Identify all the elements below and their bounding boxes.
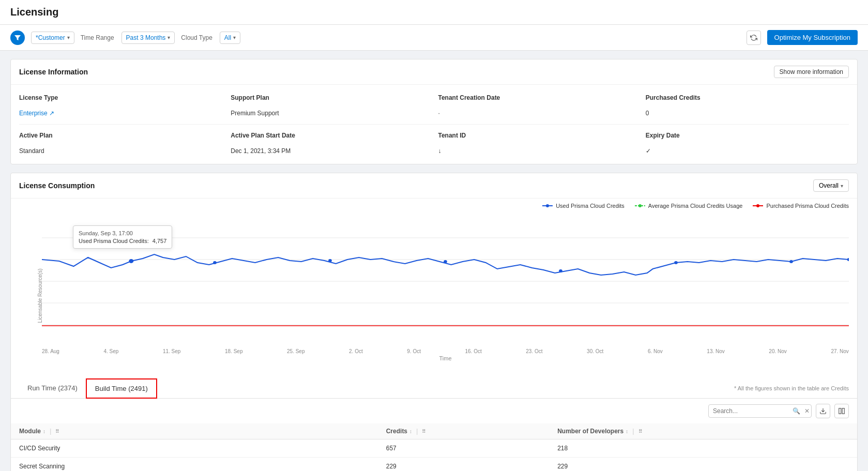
legend-used-credits-label: Used Prisma Cloud Credits [556,203,625,209]
svg-point-18 [129,259,133,263]
x-tick-11: 6. Nov [648,348,663,354]
svg-point-22 [559,269,562,272]
legend-average-credits-label: Average Prisma Cloud Credits Usage [648,203,743,209]
col-header-credits: Credits ↕ | ⠿ [378,423,549,439]
tooltip-label: Used Prisma Cloud Credits: [79,238,149,244]
time-range-label: Time Range [81,34,114,41]
tab-run-time[interactable]: Run Time (2374) [19,379,86,398]
license-consumption-card: License Consumption Overall ▾ Used Prism… [10,173,858,471]
x-tick-4: 18. Sep [225,348,242,354]
col-header-developers: Number of Developers ↕ | ⠿ [549,423,857,439]
table-header-row: Module ↕ | ⠿ Credits ↕ | ⠿ [11,423,857,439]
active-plan-label: Active Plan [19,129,226,142]
svg-point-5 [756,204,759,207]
tabs-row: Run Time (2374) Build Time (2491) * All … [11,378,857,399]
expiry-date-value: ✓ [642,144,849,158]
columns-button[interactable] [834,404,849,418]
reset-button[interactable] [747,31,761,45]
svg-point-3 [638,204,642,207]
cell-module: CI/CD Security [11,439,378,458]
x-tick-2: 4. Sep [103,348,118,354]
svg-point-21 [444,260,447,263]
tenant-creation-date-value: · [434,107,642,120]
x-tick-10: 30. Oct [587,348,603,354]
time-range-select[interactable]: Past 3 Months ▾ [121,32,175,44]
col-resize-module[interactable]: ⠿ [55,429,59,434]
license-information-card: License Information Show more informatio… [10,59,858,164]
cell-module: Secret Scanning [11,458,378,472]
legend-used-credits: Used Prisma Cloud Credits [542,203,625,209]
y-axis-label: Licensable Resource(s) [37,268,43,323]
svg-point-1 [546,204,549,207]
license-type-value[interactable]: Enterprise ↗ [19,107,226,120]
chart-tooltip: Sunday, Sep 3, 17:00 Used Prisma Cloud C… [73,225,172,249]
cloud-type-value: All [224,34,231,41]
sort-icon-developers[interactable]: ↕ [626,429,628,434]
legend-average-credits: Average Prisma Cloud Credits Usage [635,203,743,209]
consumption-header: License Consumption Overall ▾ [11,173,857,199]
x-tick-7: 9. Oct [407,348,421,354]
cell-developers: 218 [549,439,857,458]
chart-legend: Used Prisma Cloud Credits Average Prisma… [11,199,857,213]
consumption-title: License Consumption [19,181,95,190]
col-header-module: Module ↕ | ⠿ [11,423,378,439]
license-type-label: License Type [19,91,226,104]
license-info-header: License Information Show more informatio… [11,59,857,85]
license-info-title: License Information [19,68,88,76]
legend-purchased-credits-label: Purchased Prisma Cloud Credits [766,203,849,209]
x-tick-9: 23. Oct [526,348,542,354]
support-plan-label: Support Plan [226,91,434,104]
customer-label: *Customer [36,34,65,41]
x-tick-3: 11. Sep [163,348,180,354]
license-info-grid: License Type Support Plan Tenant Creatio… [11,85,857,164]
svg-point-20 [328,259,332,262]
tenant-id-label: Tenant ID [434,129,642,142]
search-icon: 🔍 [793,407,800,415]
show-more-information-button[interactable]: Show more information [774,66,849,78]
tooltip-value: 4,757 [153,238,167,244]
x-tick-1: 28. Aug [42,348,59,354]
tooltip-value-line: Used Prisma Cloud Credits: 4,757 [79,238,166,244]
x-tick-12: 13. Nov [707,348,724,354]
table-credits-note: * All the figures shown in the table are… [734,380,849,397]
filter-icon[interactable] [10,31,25,45]
svg-point-19 [213,261,217,264]
chart-container: Licensable Resource(s) Sunday, Sep 3, 17… [11,213,857,378]
support-plan-value: Premium Support [226,107,434,120]
overall-label: Overall [819,182,839,189]
sort-icon-module[interactable]: ↕ [43,429,45,434]
cell-developers: 229 [549,458,857,472]
purchased-credits-value: 0 [642,107,849,120]
expiry-date-label: Expiry Date [642,129,849,142]
toolbar: *Customer ▾ Time Range Past 3 Months ▾ C… [0,25,868,51]
table-row: Secret Scanning 229 229 [11,458,857,472]
svg-point-23 [674,261,678,264]
svg-point-25 [847,258,849,261]
download-button[interactable] [816,404,830,418]
table-row: CI/CD Security 657 218 [11,439,857,458]
tenant-creation-date-label: Tenant Creation Date [434,91,642,104]
page-title: Licensing [10,6,858,18]
customer-select[interactable]: *Customer ▾ [31,32,74,44]
optimize-subscription-button[interactable]: Optimize My Subscription [767,30,858,45]
svg-rect-27 [842,408,844,414]
search-wrap: 🔍 ✕ [708,404,812,418]
time-range-value: Past 3 Months [126,34,166,41]
cloud-type-select[interactable]: All ▾ [220,32,240,44]
overall-dropdown-button[interactable]: Overall ▾ [813,179,849,192]
clear-icon[interactable]: ✕ [804,407,810,415]
page-header: Licensing [0,0,868,25]
table-toolbar: 🔍 ✕ [11,399,857,423]
sort-icon-credits[interactable]: ↕ [409,429,412,434]
cell-credits: 657 [378,439,549,458]
col-resize-developers[interactable]: ⠿ [638,429,642,434]
chevron-down-icon-overall: ▾ [841,183,843,189]
cell-credits: 229 [378,458,549,472]
purchased-credits-label: Purchased Credits [642,91,849,104]
x-tick-8: 16. Oct [465,348,482,354]
x-tick-13: 20. Nov [769,348,786,354]
chevron-down-icon-2: ▾ [167,35,170,40]
tab-build-time[interactable]: Build Time (2491) [86,378,157,399]
col-resize-credits[interactable]: ⠿ [422,429,425,434]
svg-point-24 [789,260,793,263]
